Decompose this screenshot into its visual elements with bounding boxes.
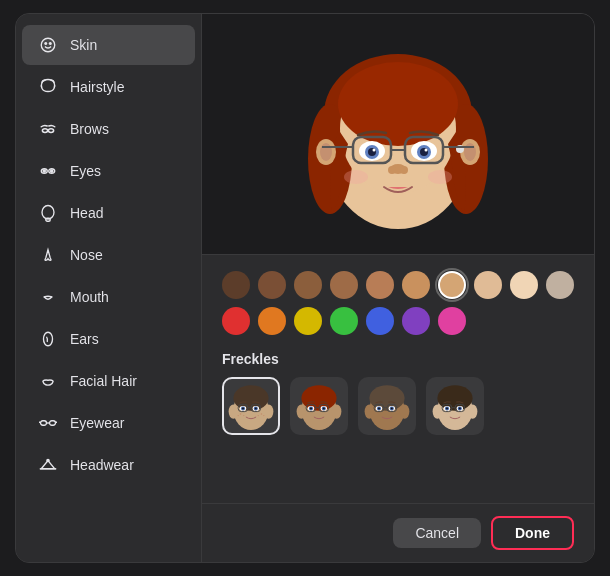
memoji-avatar — [308, 39, 488, 229]
svg-rect-12 — [41, 421, 47, 426]
color-swatch-c3[interactable] — [294, 271, 322, 299]
svg-rect-13 — [50, 421, 56, 426]
mini-face-svg-f2 — [295, 382, 343, 430]
color-swatch-c16[interactable] — [402, 307, 430, 335]
color-row-1 — [222, 271, 574, 299]
nose-icon — [36, 243, 60, 267]
eyes-icon — [36, 159, 60, 183]
svg-point-62 — [255, 407, 257, 409]
sidebar-item-nose[interactable]: Nose — [22, 235, 195, 275]
color-swatch-c14[interactable] — [330, 307, 358, 335]
mini-face-svg-f3 — [363, 382, 411, 430]
svg-point-61 — [242, 407, 244, 409]
svg-point-29 — [464, 143, 476, 161]
svg-point-1 — [45, 43, 47, 45]
svg-point-46 — [400, 166, 408, 174]
svg-point-82 — [323, 407, 325, 409]
sidebar-item-mouth[interactable]: Mouth — [22, 277, 195, 317]
sidebar-item-label-headwear: Headwear — [70, 457, 134, 473]
svg-point-101 — [468, 404, 478, 418]
options-area: Freckles — [202, 254, 594, 503]
sidebar-item-hairstyle[interactable]: Hairstyle — [22, 67, 195, 107]
svg-point-45 — [388, 166, 396, 174]
sidebar-item-ears[interactable]: Ears — [22, 319, 195, 359]
svg-point-81 — [310, 407, 312, 409]
svg-point-25 — [338, 62, 458, 146]
svg-point-0 — [41, 38, 55, 52]
svg-point-4 — [48, 129, 53, 133]
svg-point-86 — [365, 404, 375, 418]
sidebar-item-headwear[interactable]: Headwear — [22, 445, 195, 485]
sidebar-item-label-nose: Nose — [70, 247, 103, 263]
svg-point-72 — [297, 404, 307, 418]
color-swatch-c17[interactable] — [438, 307, 466, 335]
color-swatch-c5[interactable] — [366, 271, 394, 299]
mini-face-svg-f4 — [431, 382, 479, 430]
color-swatch-c4[interactable] — [330, 271, 358, 299]
color-swatch-c7[interactable] — [438, 271, 466, 299]
footer: Cancel Done — [202, 503, 594, 562]
svg-point-67 — [258, 415, 259, 416]
sidebar-item-label-skin: Skin — [70, 37, 97, 53]
freckle-option-f2[interactable] — [290, 377, 348, 435]
svg-point-9 — [42, 206, 54, 220]
freckle-option-f4[interactable] — [426, 377, 484, 435]
svg-point-43 — [425, 149, 428, 152]
color-swatch-c10[interactable] — [546, 271, 574, 299]
sidebar-item-eyewear[interactable]: Eyewear — [22, 403, 195, 443]
cancel-button[interactable]: Cancel — [393, 518, 481, 548]
svg-point-65 — [238, 415, 239, 416]
head-icon — [36, 201, 60, 225]
eyewear-icon — [36, 411, 60, 435]
sidebar: Skin Hairstyle Brows Eyes Head Nose Mout… — [16, 14, 202, 562]
sidebar-item-label-ears: Ears — [70, 331, 99, 347]
svg-point-6 — [43, 170, 45, 172]
svg-point-73 — [332, 404, 342, 418]
svg-point-110 — [459, 407, 461, 409]
svg-point-100 — [433, 404, 443, 418]
skin-icon — [36, 33, 60, 57]
brows-icon — [36, 117, 60, 141]
svg-point-95 — [378, 407, 380, 409]
freckle-option-f1[interactable] — [222, 377, 280, 435]
sidebar-item-brows[interactable]: Brows — [22, 109, 195, 149]
svg-point-2 — [49, 43, 51, 45]
svg-point-68 — [263, 415, 264, 416]
freckles-label: Freckles — [222, 351, 574, 367]
svg-point-64 — [243, 415, 244, 416]
color-swatch-c8[interactable] — [474, 271, 502, 299]
svg-point-52 — [229, 404, 239, 418]
color-swatch-c2[interactable] — [258, 271, 286, 299]
sidebar-item-label-head: Head — [70, 205, 103, 221]
sidebar-item-label-facial-hair: Facial Hair — [70, 373, 137, 389]
done-button[interactable]: Done — [491, 516, 574, 550]
color-swatch-c9[interactable] — [510, 271, 538, 299]
svg-point-3 — [42, 129, 47, 133]
sidebar-item-label-eyes: Eyes — [70, 163, 101, 179]
sidebar-item-facial-hair[interactable]: Facial Hair — [22, 361, 195, 401]
freckle-option-f3[interactable] — [358, 377, 416, 435]
color-swatch-c12[interactable] — [258, 307, 286, 335]
sidebar-item-eyes[interactable]: Eyes — [22, 151, 195, 191]
svg-point-42 — [373, 149, 376, 152]
sidebar-item-head[interactable]: Head — [22, 193, 195, 233]
main-panel: Freckles — [202, 14, 594, 562]
svg-point-47 — [344, 170, 368, 184]
svg-point-66 — [261, 413, 263, 415]
color-swatch-c15[interactable] — [366, 307, 394, 335]
sidebar-item-skin[interactable]: Skin — [22, 25, 195, 65]
sidebar-item-label-brows: Brows — [70, 121, 109, 137]
color-swatch-c11[interactable] — [222, 307, 250, 335]
svg-point-53 — [264, 404, 274, 418]
avatar-area — [202, 14, 594, 254]
color-swatch-c1[interactable] — [222, 271, 250, 299]
svg-rect-10 — [46, 218, 51, 221]
freckles-row — [222, 377, 574, 435]
mouth-icon — [36, 285, 60, 309]
color-swatch-c6[interactable] — [402, 271, 430, 299]
color-swatch-c13[interactable] — [294, 307, 322, 335]
sidebar-item-label-eyewear: Eyewear — [70, 415, 124, 431]
ears-icon — [36, 327, 60, 351]
svg-point-87 — [400, 404, 410, 418]
facial-hair-icon — [36, 369, 60, 393]
